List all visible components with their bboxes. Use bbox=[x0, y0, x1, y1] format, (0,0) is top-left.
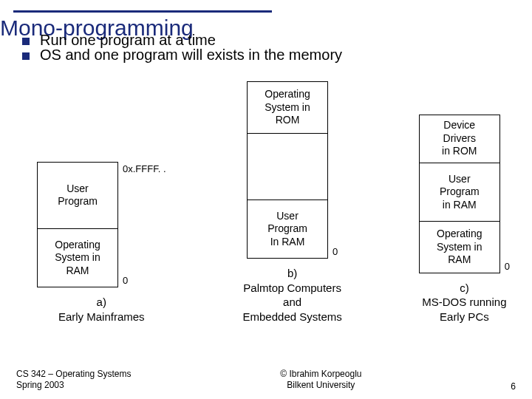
a-top-addr: 0x.FFFF. . bbox=[123, 163, 166, 174]
a-bottom-addr: 0 bbox=[123, 275, 166, 286]
diagram-b: Operating System in ROM User Program In … bbox=[243, 81, 342, 324]
b-cell-user: User Program In RAM bbox=[248, 200, 327, 258]
c-cell-user: User Program in RAM bbox=[420, 163, 499, 221]
bullet-1-row: Run one program at a time bbox=[22, 32, 216, 49]
b-bottom-addr: 0 bbox=[332, 246, 338, 257]
c-cell-os: Operating System in RAM bbox=[420, 221, 499, 272]
page-number: 6 bbox=[511, 381, 516, 392]
c-caption: c) MS-DOS running Early PCs bbox=[422, 281, 506, 324]
bullet-1-text: Run one program at a time bbox=[40, 32, 216, 49]
b-cell-empty bbox=[248, 133, 327, 199]
footer-center: © Ibrahim Korpeoglu Bilkent University bbox=[280, 369, 361, 392]
footer: CS 342 – Operating Systems Spring 2003 ©… bbox=[0, 369, 532, 392]
diagram-area: User Program Operating System in RAM 0x.… bbox=[0, 68, 532, 324]
b-caption: b) Palmtop Computers and Embedded System… bbox=[243, 266, 342, 324]
diagram-a: User Program Operating System in RAM 0x.… bbox=[37, 162, 166, 324]
b-cell-rom: Operating System in ROM bbox=[248, 82, 327, 133]
bullet-square-icon bbox=[22, 38, 30, 45]
bullet-square-icon bbox=[22, 52, 30, 60]
a-caption: a) Early Mainframes bbox=[58, 295, 145, 324]
footer-left: CS 342 – Operating Systems Spring 2003 bbox=[16, 369, 131, 392]
bullet-2-text: OS and one program will exists in the me… bbox=[40, 47, 342, 64]
c-cell-drivers: Device Drivers in ROM bbox=[420, 115, 499, 163]
a-cell-os: Operating System in RAM bbox=[38, 228, 117, 287]
c-bottom-addr: 0 bbox=[505, 261, 510, 272]
bullet-2-row: OS and one program will exists in the me… bbox=[22, 47, 532, 64]
a-cell-user: User Program bbox=[38, 163, 117, 228]
diagram-c: Device Drivers in ROM User Program in RA… bbox=[419, 115, 510, 324]
